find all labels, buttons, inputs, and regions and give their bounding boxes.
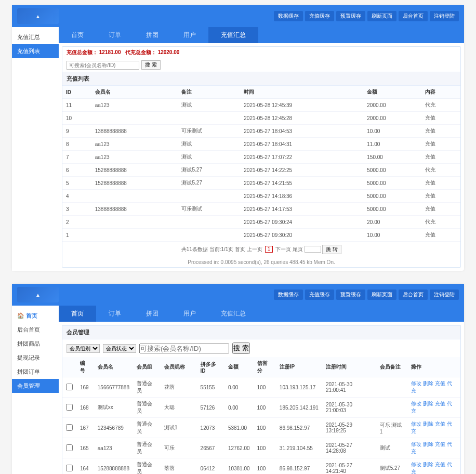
table-row: 42021-05-27 14:18:365000.00充值: [62, 190, 460, 203]
table-row: 615288888888测试5.272021-05-27 14:22:25500…: [62, 164, 460, 177]
section-title-2: 会员管理: [62, 325, 460, 339]
sidebar-1: 充值汇总充值列表: [12, 27, 59, 271]
table-row: 168测试xx普通会员大聪571260.00100185.205.142.191…: [62, 398, 460, 418]
op-link[interactable]: 删除: [423, 441, 433, 447]
recharge-body: 11aa123测试2021-05-28 12:45:392000.00代充102…: [62, 99, 460, 242]
nav-tab[interactable]: 首页: [59, 306, 96, 322]
row-checkbox[interactable]: [66, 404, 73, 411]
page-jump-input-1[interactable]: [305, 246, 321, 253]
op-link[interactable]: 修改: [411, 441, 421, 447]
op-link[interactable]: 充值: [435, 401, 445, 406]
member-head: 编号会员名会员组会员昵称拼多多ID金额信誉分注册IP注册时间会员备注操作: [62, 357, 460, 377]
op-link[interactable]: 删除: [423, 421, 433, 427]
table-row: 22021-05-27 09:30:2420.00代充: [62, 216, 460, 229]
panel-members: ▲ 数据缓存充值缓存预置缓存刷新页面后台首页注销登陆 🏠 首页后台首页拼团商品提…: [12, 284, 464, 474]
op-link[interactable]: 修改: [411, 401, 421, 406]
row-checkbox[interactable]: [66, 384, 73, 390]
nav-tab[interactable]: 拼团: [134, 27, 171, 43]
pager-1: 共11条数据 当前:1/1页 首页 上一页 1 下一页 尾页 跳 转: [62, 242, 460, 257]
panel-recharge: ▲ 数据缓存充值缓存预置缓存刷新页面后台首页注销登陆 充值汇总充值列表 首页订单…: [12, 5, 464, 271]
logo-2: ▲: [17, 287, 59, 302]
op-link[interactable]: 修改: [411, 380, 421, 386]
header-actions: 数据缓存充值缓存预置缓存刷新页面后台首页注销登陆: [274, 11, 459, 21]
content-box-2: 会员管理 会员组别 会员状态 搜 索 编号会员名会员组会员昵称拼多多ID金额信誉…: [62, 325, 461, 474]
table-row: 16915666777888普通会员花落551550.00100103.193.…: [62, 377, 460, 398]
header-action[interactable]: 刷新页面: [367, 11, 396, 21]
sidebar-item[interactable]: 🏠 首页: [12, 309, 59, 323]
header-action[interactable]: 注销登陆: [430, 289, 459, 300]
page-jump-button-1[interactable]: 跳 转: [322, 245, 341, 254]
nav-tab[interactable]: 用户: [171, 27, 208, 43]
table-row: 16415288888888普通会员落落0641210381.0010086.9…: [62, 458, 460, 475]
header-action[interactable]: 刷新页面: [367, 289, 396, 300]
member-table: 编号会员名会员组会员昵称拼多多ID金额信誉分注册IP注册时间会员备注操作 169…: [62, 357, 460, 474]
table-row: 12021-05-27 09:30:2010.00充值: [62, 229, 460, 242]
sidebar-2: 🏠 首页后台首页拼团商品提现记录拼团订单会员管理: [12, 306, 59, 474]
nav-tab[interactable]: 用户: [171, 306, 208, 322]
nav-tab[interactable]: 拼团: [134, 306, 171, 322]
topbar-2: ▲ 数据缓存充值缓存预置缓存刷新页面后台首页注销登陆: [12, 284, 464, 306]
sidebar-item[interactable]: 拼团商品: [12, 337, 59, 351]
nav-tab[interactable]: 充值汇总: [208, 306, 258, 322]
header-action[interactable]: 预置缓存: [336, 289, 365, 300]
sidebar-item[interactable]: 充值列表: [12, 44, 59, 58]
summary-line: 充值总金额： 12181.00 代充总金额： 12020.00: [62, 47, 460, 58]
op-link[interactable]: 修改: [411, 421, 421, 427]
member-body: 16915666777888普通会员花落551550.00100103.193.…: [62, 377, 460, 475]
header-action[interactable]: 数据缓存: [274, 289, 303, 300]
member-status-select[interactable]: 会员状态: [103, 344, 136, 353]
section-title-1: 充值列表: [62, 72, 460, 86]
table-row: 167123456789普通会员测试1120735381.0010086.98.…: [62, 418, 460, 438]
nav-tab[interactable]: 首页: [59, 27, 96, 43]
sidebar-item[interactable]: 提现记录: [12, 351, 59, 365]
table-row: 102021-05-28 12:45:282000.00充值: [62, 112, 460, 125]
table-row: 313888888888可乐测试2021-05-27 14:17:535000.…: [62, 203, 460, 216]
table-row: 165aa123普通会员可乐2656712762.0010031.219.104…: [62, 438, 460, 458]
op-link[interactable]: 修改: [411, 462, 421, 467]
nav-2: 首页订单拼团用户充值汇总: [59, 306, 464, 322]
search-input-1[interactable]: [67, 61, 139, 70]
nav-tab[interactable]: 订单: [96, 27, 134, 43]
logo: ▲: [17, 8, 59, 24]
search-button-1[interactable]: 搜 索: [141, 60, 161, 70]
topbar: ▲ 数据缓存充值缓存预置缓存刷新页面后台首页注销登陆: [12, 5, 464, 27]
search-button-2[interactable]: 搜 索: [232, 343, 250, 354]
table-row: 11aa123测试2021-05-28 12:45:392000.00代充: [62, 99, 460, 112]
content-box-1: 充值总金额： 12181.00 代充总金额： 12020.00 搜 索 充值列表…: [62, 46, 461, 268]
header-action[interactable]: 注销登陆: [430, 11, 459, 21]
header-action[interactable]: 充值缓存: [305, 289, 334, 300]
op-link[interactable]: 删除: [423, 380, 433, 386]
sidebar-item[interactable]: 会员管理: [12, 379, 59, 393]
footer-1: Processed in: 0.0095 second(s), 26 queri…: [62, 257, 460, 267]
row-checkbox[interactable]: [66, 465, 73, 471]
nav-1: 首页订单拼团用户充值汇总: [59, 27, 464, 43]
search-input-2[interactable]: [139, 344, 229, 353]
op-link[interactable]: 充值: [435, 462, 445, 467]
table-row: 515288888888测试5.272021-05-27 14:21:55500…: [62, 177, 460, 190]
op-link[interactable]: 删除: [423, 401, 433, 406]
op-link[interactable]: 充值: [435, 380, 445, 386]
table-row: 8aa123测试2021-05-27 18:04:3111.00充值: [62, 138, 460, 151]
member-group-select[interactable]: 会员组别: [67, 344, 100, 353]
row-checkbox[interactable]: [66, 444, 73, 451]
header-action[interactable]: 后台首页: [399, 289, 428, 300]
header-action[interactable]: 后台首页: [399, 11, 428, 21]
recharge-table: ID会员名备注时间金额内容 11aa123测试2021-05-28 12:45:…: [62, 86, 460, 242]
header-action[interactable]: 充值缓存: [305, 11, 334, 21]
header-action[interactable]: 预置缓存: [336, 11, 365, 21]
table-row: 7aa123测试2021-05-27 17:07:22150.00充值: [62, 151, 460, 164]
header-actions-2: 数据缓存充值缓存预置缓存刷新页面后台首页注销登陆: [274, 289, 459, 300]
sidebar-item[interactable]: 拼团订单: [12, 365, 59, 379]
op-link[interactable]: 充值: [435, 421, 445, 427]
sidebar-item[interactable]: 充值汇总: [12, 30, 59, 44]
op-link[interactable]: 删除: [423, 462, 433, 467]
header-action[interactable]: 数据缓存: [274, 11, 303, 21]
recharge-head: ID会员名备注时间金额内容: [62, 86, 460, 99]
sidebar-item[interactable]: 后台首页: [12, 323, 59, 337]
op-link[interactable]: 充值: [435, 441, 445, 447]
nav-tab[interactable]: 充值汇总: [208, 27, 258, 43]
row-checkbox[interactable]: [66, 424, 73, 431]
nav-tab[interactable]: 订单: [96, 306, 134, 322]
table-row: 913888888888可乐测试2021-05-27 18:04:5310.00…: [62, 125, 460, 138]
